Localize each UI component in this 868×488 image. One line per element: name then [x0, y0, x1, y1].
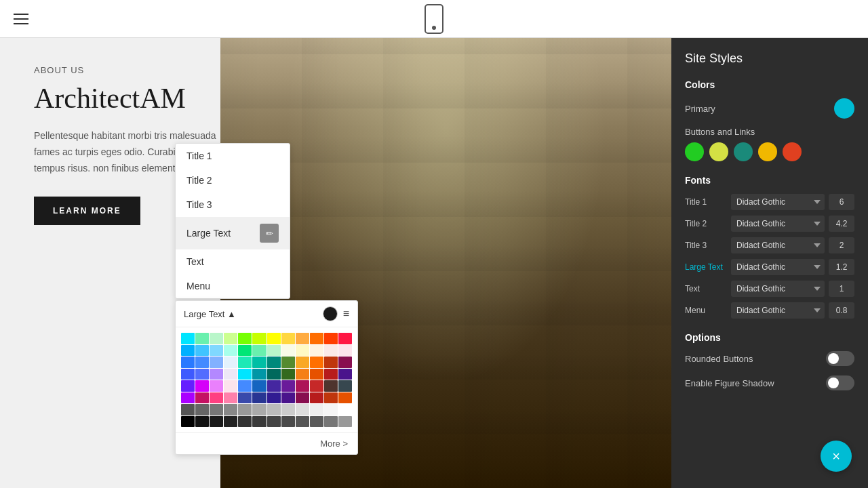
- color-cell[interactable]: [338, 416, 352, 428]
- align-icon[interactable]: ≡: [343, 308, 349, 320]
- color-cell[interactable]: [281, 357, 295, 368]
- dropdown-item-menu[interactable]: Menu: [176, 274, 290, 298]
- color-cell[interactable]: [224, 392, 237, 404]
- color-cell[interactable]: [338, 369, 352, 380]
- dropdown-item-large-text[interactable]: Large Text ✏: [176, 217, 290, 249]
- color-cell[interactable]: [324, 416, 338, 428]
- color-swatch-black[interactable]: [323, 306, 338, 321]
- color-cell[interactable]: [338, 404, 352, 415]
- color-cell[interactable]: [296, 357, 309, 368]
- color-cell[interactable]: [310, 404, 323, 415]
- color-cell[interactable]: [224, 380, 237, 392]
- color-cell[interactable]: [195, 416, 209, 428]
- color-cell[interactable]: [210, 357, 223, 368]
- color-cell[interactable]: [267, 357, 281, 368]
- color-cell[interactable]: [238, 416, 252, 428]
- rounded-buttons-toggle[interactable]: [826, 351, 854, 366]
- color-cell[interactable]: [296, 392, 309, 404]
- color-cell[interactable]: [181, 333, 195, 344]
- color-cell[interactable]: [195, 404, 209, 415]
- color-cell[interactable]: [195, 369, 209, 380]
- figure-shadow-toggle[interactable]: [826, 375, 854, 390]
- dropdown-item-title2[interactable]: Title 2: [176, 168, 290, 192]
- color-cell[interactable]: [181, 345, 195, 357]
- color-cell[interactable]: [281, 416, 295, 428]
- color-cell[interactable]: [210, 333, 223, 344]
- color-cell[interactable]: [252, 380, 266, 392]
- color-cell[interactable]: [310, 392, 323, 404]
- font-select-title1[interactable]: Didact Gothic: [731, 194, 825, 210]
- color-cell[interactable]: [281, 345, 295, 357]
- color-cell[interactable]: [310, 345, 323, 357]
- color-cell[interactable]: [252, 392, 266, 404]
- color-cell[interactable]: [181, 416, 195, 428]
- color-cell[interactable]: [310, 357, 323, 368]
- color-cell[interactable]: [310, 333, 323, 344]
- color-cell[interactable]: [195, 380, 209, 392]
- color-cell[interactable]: [267, 380, 281, 392]
- color-cell[interactable]: [181, 357, 195, 368]
- color-cell[interactable]: [210, 369, 223, 380]
- font-size-title2[interactable]: [829, 216, 854, 232]
- mobile-preview-icon[interactable]: [425, 4, 443, 34]
- dropdown-item-text[interactable]: Text: [176, 249, 290, 274]
- color-cell[interactable]: [210, 380, 223, 392]
- color-cell[interactable]: [210, 416, 223, 428]
- color-cell[interactable]: [324, 345, 338, 357]
- font-select-menu[interactable]: Didact Gothic: [731, 302, 825, 319]
- swatch-orange-red[interactable]: [783, 142, 802, 161]
- color-cell[interactable]: [324, 380, 338, 392]
- swatch-amber[interactable]: [758, 142, 777, 161]
- swatch-teal[interactable]: [734, 142, 753, 161]
- swatch-yellow-green[interactable]: [709, 142, 728, 161]
- color-cell[interactable]: [238, 333, 252, 344]
- learn-more-button[interactable]: LEARN MORE: [34, 197, 140, 225]
- color-cell[interactable]: [238, 357, 252, 368]
- color-cell[interactable]: [224, 404, 237, 415]
- color-cell[interactable]: [224, 357, 237, 368]
- edit-large-text-button[interactable]: ✏: [260, 224, 279, 243]
- color-cell[interactable]: [296, 380, 309, 392]
- font-size-title3[interactable]: [829, 237, 854, 253]
- color-cell[interactable]: [181, 369, 195, 380]
- color-cell[interactable]: [338, 345, 352, 357]
- color-cell[interactable]: [210, 404, 223, 415]
- color-cell[interactable]: [324, 357, 338, 368]
- color-cell[interactable]: [267, 392, 281, 404]
- color-cell[interactable]: [252, 357, 266, 368]
- color-cell[interactable]: [324, 392, 338, 404]
- color-cell[interactable]: [195, 357, 209, 368]
- font-select-title2[interactable]: Didact Gothic: [731, 216, 825, 232]
- color-cell[interactable]: [195, 392, 209, 404]
- color-cell[interactable]: [324, 333, 338, 344]
- color-cell[interactable]: [238, 392, 252, 404]
- color-cell[interactable]: [281, 333, 295, 344]
- color-cell[interactable]: [224, 416, 237, 428]
- color-cell[interactable]: [210, 345, 223, 357]
- color-cell[interactable]: [281, 392, 295, 404]
- swatch-green[interactable]: [685, 142, 704, 161]
- color-cell[interactable]: [296, 333, 309, 344]
- color-cell[interactable]: [310, 416, 323, 428]
- color-cell[interactable]: [224, 369, 237, 380]
- primary-color-swatch[interactable]: [834, 98, 854, 119]
- color-cell[interactable]: [224, 333, 237, 344]
- color-cell[interactable]: [238, 345, 252, 357]
- color-cell[interactable]: [267, 404, 281, 415]
- color-cell[interactable]: [195, 333, 209, 344]
- dropdown-item-title3[interactable]: Title 3: [176, 192, 290, 217]
- font-size-menu[interactable]: [829, 302, 854, 319]
- font-select-text[interactable]: Didact Gothic: [731, 281, 825, 297]
- color-cell[interactable]: [281, 404, 295, 415]
- close-fab-button[interactable]: ×: [821, 441, 852, 472]
- color-cell[interactable]: [338, 333, 352, 344]
- color-cell[interactable]: [267, 345, 281, 357]
- color-cell[interactable]: [324, 369, 338, 380]
- color-cell[interactable]: [296, 345, 309, 357]
- color-cell[interactable]: [267, 333, 281, 344]
- color-cell[interactable]: [238, 404, 252, 415]
- color-cell[interactable]: [267, 369, 281, 380]
- color-cell[interactable]: [252, 345, 266, 357]
- color-cell[interactable]: [252, 404, 266, 415]
- color-cell[interactable]: [252, 416, 266, 428]
